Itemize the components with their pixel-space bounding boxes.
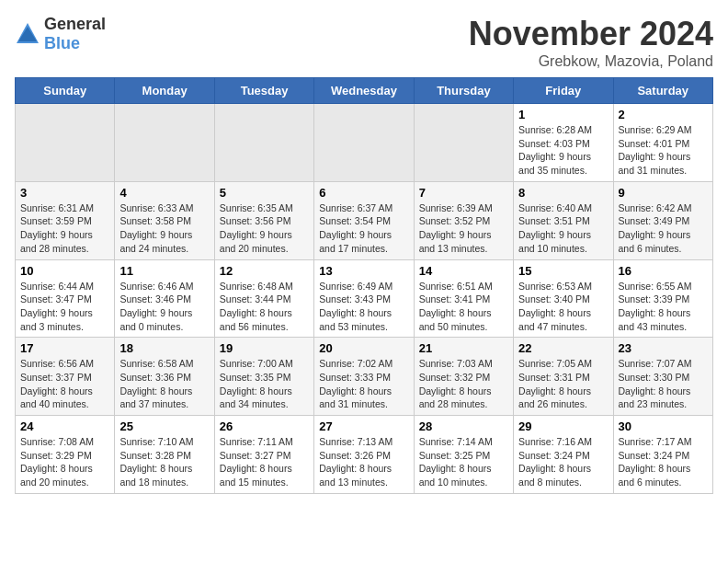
day-number: 27: [319, 419, 408, 433]
day-number: 30: [619, 419, 708, 433]
calendar-cell: 1Sunrise: 6:28 AMSunset: 4:03 PMDaylight…: [514, 104, 613, 182]
day-info: Sunrise: 6:37 AMSunset: 3:54 PMDaylight:…: [319, 201, 408, 256]
day-number: 6: [319, 186, 408, 200]
day-number: 16: [619, 264, 708, 278]
day-info: Sunrise: 6:35 AMSunset: 3:56 PMDaylight:…: [220, 201, 309, 256]
day-number: 14: [419, 264, 508, 278]
calendar-cell: 16Sunrise: 6:55 AMSunset: 3:39 PMDayligh…: [613, 259, 712, 338]
day-number: 19: [220, 341, 309, 355]
calendar-cell: 24Sunrise: 7:08 AMSunset: 3:29 PMDayligh…: [16, 416, 115, 494]
day-info: Sunrise: 7:03 AMSunset: 3:32 PMDaylight:…: [419, 357, 508, 411]
calendar-cell: 27Sunrise: 7:13 AMSunset: 3:26 PMDayligh…: [314, 416, 414, 494]
calendar-cell: 23Sunrise: 7:07 AMSunset: 3:30 PMDayligh…: [613, 338, 712, 416]
day-info: Sunrise: 6:49 AMSunset: 3:43 PMDaylight:…: [319, 280, 408, 334]
day-number: 3: [20, 186, 109, 200]
day-number: 13: [319, 264, 408, 278]
calendar-cell: 9Sunrise: 6:42 AMSunset: 3:49 PMDaylight…: [613, 181, 712, 259]
calendar-cell: 21Sunrise: 7:03 AMSunset: 3:32 PMDayligh…: [414, 338, 513, 416]
calendar-cell: 2Sunrise: 6:29 AMSunset: 4:01 PMDaylight…: [613, 104, 712, 182]
day-number: 10: [20, 264, 109, 278]
calendar-header-row: SundayMondayTuesdayWednesdayThursdayFrid…: [16, 78, 713, 104]
day-number: 26: [220, 419, 309, 433]
day-info: Sunrise: 6:56 AMSunset: 3:37 PMDaylight:…: [20, 357, 109, 411]
day-number: 21: [419, 341, 508, 355]
location-title: Grebkow, Mazovia, Poland: [469, 53, 713, 70]
day-info: Sunrise: 7:17 AMSunset: 3:24 PMDaylight:…: [619, 435, 708, 489]
day-number: 7: [419, 186, 508, 200]
day-number: 24: [20, 419, 109, 433]
day-info: Sunrise: 7:16 AMSunset: 3:24 PMDaylight:…: [518, 435, 608, 489]
day-info: Sunrise: 6:31 AMSunset: 3:59 PMDaylight:…: [20, 201, 109, 256]
calendar-cell: [414, 104, 513, 182]
calendar-cell: 18Sunrise: 6:58 AMSunset: 3:36 PMDayligh…: [115, 338, 214, 416]
day-number: 29: [518, 419, 608, 433]
day-number: 9: [619, 186, 708, 200]
day-of-week-header: Sunday: [16, 78, 115, 104]
day-of-week-header: Wednesday: [314, 78, 414, 104]
calendar-cell: 12Sunrise: 6:48 AMSunset: 3:44 PMDayligh…: [214, 259, 313, 338]
calendar-cell: [314, 104, 414, 182]
calendar-week-row: 17Sunrise: 6:56 AMSunset: 3:37 PMDayligh…: [16, 338, 713, 416]
day-number: 17: [20, 341, 109, 355]
logo-general: General: [44, 15, 106, 33]
day-number: 12: [220, 264, 309, 278]
day-number: 5: [220, 186, 309, 200]
calendar-week-row: 3Sunrise: 6:31 AMSunset: 3:59 PMDaylight…: [16, 181, 713, 259]
day-info: Sunrise: 6:28 AMSunset: 4:03 PMDaylight:…: [518, 123, 608, 178]
calendar-cell: 30Sunrise: 7:17 AMSunset: 3:24 PMDayligh…: [613, 416, 712, 494]
day-number: 11: [119, 264, 209, 278]
calendar-cell: [115, 104, 214, 182]
day-info: Sunrise: 6:44 AMSunset: 3:47 PMDaylight:…: [20, 280, 109, 334]
month-title: November 2024: [469, 15, 713, 53]
day-number: 18: [119, 341, 209, 355]
day-info: Sunrise: 6:46 AMSunset: 3:46 PMDaylight:…: [119, 280, 209, 334]
calendar-cell: 20Sunrise: 7:02 AMSunset: 3:33 PMDayligh…: [314, 338, 414, 416]
calendar-cell: 29Sunrise: 7:16 AMSunset: 3:24 PMDayligh…: [514, 416, 613, 494]
title-area: November 2024 Grebkow, Mazovia, Poland: [469, 15, 713, 70]
day-info: Sunrise: 6:39 AMSunset: 3:52 PMDaylight:…: [419, 201, 508, 256]
day-info: Sunrise: 6:53 AMSunset: 3:40 PMDaylight:…: [518, 280, 608, 334]
logo-blue: Blue: [44, 34, 80, 52]
day-number: 20: [319, 341, 408, 355]
day-info: Sunrise: 7:08 AMSunset: 3:29 PMDaylight:…: [20, 435, 109, 489]
day-info: Sunrise: 7:10 AMSunset: 3:28 PMDaylight:…: [119, 435, 209, 489]
day-number: 15: [518, 264, 608, 278]
day-number: 28: [419, 419, 508, 433]
day-info: Sunrise: 6:42 AMSunset: 3:49 PMDaylight:…: [619, 201, 708, 256]
calendar-cell: [214, 104, 313, 182]
day-info: Sunrise: 6:55 AMSunset: 3:39 PMDaylight:…: [619, 280, 708, 334]
day-info: Sunrise: 7:00 AMSunset: 3:35 PMDaylight:…: [220, 357, 309, 411]
day-of-week-header: Monday: [115, 78, 214, 104]
calendar-cell: 19Sunrise: 7:00 AMSunset: 3:35 PMDayligh…: [214, 338, 313, 416]
day-number: 2: [619, 108, 708, 121]
logo: General Blue: [15, 15, 106, 53]
day-info: Sunrise: 7:05 AMSunset: 3:31 PMDaylight:…: [518, 357, 608, 411]
day-info: Sunrise: 7:11 AMSunset: 3:27 PMDaylight:…: [220, 435, 309, 489]
calendar-cell: 10Sunrise: 6:44 AMSunset: 3:47 PMDayligh…: [16, 259, 115, 338]
day-of-week-header: Saturday: [613, 78, 712, 104]
day-number: 8: [518, 186, 608, 200]
calendar-cell: 7Sunrise: 6:39 AMSunset: 3:52 PMDaylight…: [414, 181, 513, 259]
calendar-cell: 25Sunrise: 7:10 AMSunset: 3:28 PMDayligh…: [115, 416, 214, 494]
day-info: Sunrise: 6:33 AMSunset: 3:58 PMDaylight:…: [119, 201, 209, 256]
day-number: 4: [119, 186, 209, 200]
day-of-week-header: Thursday: [414, 78, 513, 104]
calendar-week-row: 24Sunrise: 7:08 AMSunset: 3:29 PMDayligh…: [16, 416, 713, 494]
calendar-cell: 8Sunrise: 6:40 AMSunset: 3:51 PMDaylight…: [514, 181, 613, 259]
header: General Blue November 2024 Grebkow, Mazo…: [15, 15, 713, 70]
calendar-cell: 11Sunrise: 6:46 AMSunset: 3:46 PMDayligh…: [115, 259, 214, 338]
calendar-week-row: 1Sunrise: 6:28 AMSunset: 4:03 PMDaylight…: [16, 104, 713, 182]
svg-marker-1: [18, 27, 37, 41]
calendar-cell: 14Sunrise: 6:51 AMSunset: 3:41 PMDayligh…: [414, 259, 513, 338]
day-info: Sunrise: 6:29 AMSunset: 4:01 PMDaylight:…: [619, 123, 708, 178]
day-number: 23: [619, 341, 708, 355]
day-info: Sunrise: 7:02 AMSunset: 3:33 PMDaylight:…: [319, 357, 408, 411]
day-info: Sunrise: 6:48 AMSunset: 3:44 PMDaylight:…: [220, 280, 309, 334]
day-number: 25: [119, 419, 209, 433]
day-info: Sunrise: 7:07 AMSunset: 3:30 PMDaylight:…: [619, 357, 708, 411]
day-number: 1: [518, 108, 608, 121]
calendar-cell: 3Sunrise: 6:31 AMSunset: 3:59 PMDaylight…: [16, 181, 115, 259]
calendar-cell: 17Sunrise: 6:56 AMSunset: 3:37 PMDayligh…: [16, 338, 115, 416]
calendar-cell: 15Sunrise: 6:53 AMSunset: 3:40 PMDayligh…: [514, 259, 613, 338]
day-info: Sunrise: 7:14 AMSunset: 3:25 PMDaylight:…: [419, 435, 508, 489]
